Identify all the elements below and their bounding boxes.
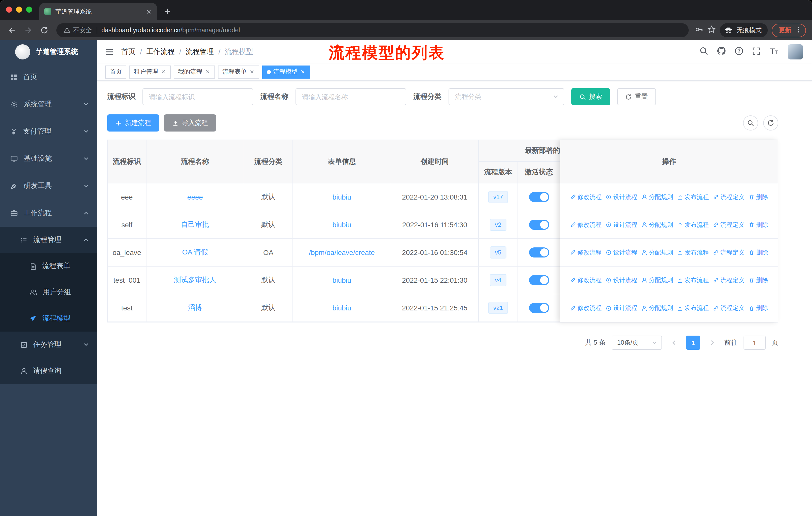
sidebar-item-home[interactable]: 首页 [0, 63, 97, 91]
form-info-link[interactable]: biubiu [332, 276, 351, 284]
edit-process-link[interactable]: 修改流程 [570, 220, 602, 229]
minimize-window-button[interactable] [16, 6, 22, 12]
browser-menu-icon[interactable] [795, 26, 802, 34]
browser-tab[interactable]: 芋道管理系统 [39, 3, 157, 20]
tag-tenant[interactable]: 租户管理 [129, 65, 171, 78]
current-page-button[interactable]: 1 [686, 335, 700, 350]
form-info-link[interactable]: biubiu [332, 304, 351, 312]
breadcrumb-item[interactable]: 首页 [121, 47, 136, 56]
import-process-button[interactable]: 导入流程 [164, 114, 216, 132]
publish-process-link[interactable]: 发布流程 [677, 276, 709, 284]
design-process-link[interactable]: 设计流程 [606, 304, 637, 313]
process-definition-link[interactable]: 流程定义 [713, 193, 745, 201]
process-definition-link[interactable]: 流程定义 [713, 304, 745, 313]
process-definition-link[interactable]: 流程定义 [713, 248, 745, 257]
sidebar-toggle-icon[interactable] [104, 47, 114, 57]
sidebar-item-infrastructure[interactable]: 基础设施 [0, 145, 97, 172]
create-process-button[interactable]: 新建流程 [107, 114, 159, 132]
search-button[interactable]: 搜索 [571, 88, 610, 105]
form-info-link[interactable]: /bpm/oa/leave/create [309, 248, 375, 256]
assign-rule-link[interactable]: 分配规则 [641, 220, 673, 229]
design-process-link[interactable]: 设计流程 [606, 276, 637, 284]
process-name-link[interactable]: 滔博 [188, 303, 202, 313]
edit-process-link[interactable]: 修改流程 [570, 193, 602, 201]
process-name-link[interactable]: OA 请假 [182, 248, 208, 257]
status-toggle[interactable] [529, 192, 549, 202]
close-window-button[interactable] [6, 6, 12, 12]
delete-process-link[interactable]: 删除 [749, 304, 768, 313]
publish-process-link[interactable]: 发布流程 [677, 220, 709, 229]
font-size-icon[interactable] [769, 47, 779, 57]
address-bar[interactable]: 不安全 dashboard.yudao.iocoder.cn/bpm/manag… [56, 23, 689, 37]
reload-button[interactable] [38, 24, 50, 36]
edit-process-link[interactable]: 修改流程 [570, 304, 602, 313]
close-icon[interactable] [300, 69, 306, 75]
sidebar-item-process-model[interactable]: 流程模型 [0, 305, 97, 332]
design-process-link[interactable]: 设计流程 [606, 220, 637, 229]
status-toggle[interactable] [529, 247, 549, 257]
breadcrumb-item[interactable]: 流程管理 [186, 47, 214, 56]
sidebar-item-system[interactable]: 系统管理 [0, 91, 97, 118]
design-process-link[interactable]: 设计流程 [606, 193, 637, 201]
new-tab-button[interactable] [160, 4, 174, 18]
edit-process-link[interactable]: 修改流程 [570, 248, 602, 257]
sidebar-item-payment[interactable]: 支付管理 [0, 118, 97, 145]
fullscreen-icon[interactable] [752, 47, 761, 57]
goto-page-input[interactable] [744, 335, 766, 350]
process-key-input[interactable] [142, 88, 253, 105]
close-icon[interactable] [161, 69, 166, 75]
delete-process-link[interactable]: 删除 [749, 276, 768, 284]
assign-rule-link[interactable]: 分配规则 [641, 304, 673, 313]
process-definition-link[interactable]: 流程定义 [713, 220, 745, 229]
publish-process-link[interactable]: 发布流程 [677, 248, 709, 257]
browser-update-button[interactable]: 更新 [772, 23, 806, 37]
tag-home[interactable]: 首页 [105, 65, 126, 78]
page-size-select[interactable]: 10条/页 [612, 335, 662, 350]
sidebar-item-user-group[interactable]: 用户分组 [0, 279, 97, 305]
assign-rule-link[interactable]: 分配规则 [641, 276, 673, 284]
github-icon[interactable] [717, 46, 726, 57]
publish-process-link[interactable]: 发布流程 [677, 193, 709, 201]
breadcrumb-item[interactable]: 工作流程 [146, 47, 175, 56]
process-definition-link[interactable]: 流程定义 [713, 276, 745, 284]
form-info-link[interactable]: biubiu [332, 193, 351, 201]
forward-button[interactable] [22, 24, 34, 36]
design-process-link[interactable]: 设计流程 [606, 248, 637, 257]
back-button[interactable] [6, 24, 18, 36]
sidebar-item-process-management[interactable]: 流程管理 [0, 227, 97, 253]
sidebar-item-task-management[interactable]: 任务管理 [0, 332, 97, 358]
form-info-link[interactable]: biubiu [332, 221, 351, 229]
edit-process-link[interactable]: 修改流程 [570, 276, 602, 284]
tag-my-process[interactable]: 我的流程 [174, 65, 215, 78]
user-avatar[interactable] [788, 44, 803, 59]
close-icon[interactable] [249, 69, 255, 75]
password-key-icon[interactable] [695, 25, 703, 35]
assign-rule-link[interactable]: 分配规则 [641, 193, 673, 201]
process-name-link[interactable]: 测试多审批人 [174, 276, 216, 285]
status-toggle[interactable] [529, 220, 549, 230]
security-indicator[interactable]: 不安全 [63, 26, 92, 34]
sidebar-item-workflow[interactable]: 工作流程 [0, 199, 97, 227]
zoom-window-button[interactable] [26, 6, 32, 12]
assign-rule-link[interactable]: 分配规则 [641, 248, 673, 257]
status-toggle[interactable] [529, 275, 549, 285]
process-name-input[interactable] [295, 88, 406, 105]
bookmark-star-icon[interactable] [707, 25, 716, 35]
tab-close-icon[interactable] [145, 8, 152, 15]
sidebar-item-leave-query[interactable]: 请假查询 [0, 358, 97, 384]
sidebar-item-process-form[interactable]: 流程表单 [0, 253, 97, 279]
process-name-link[interactable]: eeee [187, 193, 203, 201]
refresh-table-button[interactable] [763, 115, 778, 131]
tag-process-form[interactable]: 流程表单 [218, 65, 259, 78]
close-icon[interactable] [205, 69, 210, 75]
sidebar-item-dev-tools[interactable]: 研发工具 [0, 172, 97, 199]
process-category-select[interactable]: 流程分类 [448, 88, 564, 105]
publish-process-link[interactable]: 发布流程 [677, 304, 709, 313]
delete-process-link[interactable]: 删除 [749, 220, 768, 229]
status-toggle[interactable] [529, 303, 549, 313]
delete-process-link[interactable]: 删除 [749, 248, 768, 257]
process-name-link[interactable]: 自己审批 [181, 220, 209, 229]
next-page-button[interactable] [706, 335, 718, 350]
tag-process-model[interactable]: 流程模型 [262, 65, 310, 78]
search-icon[interactable] [699, 46, 708, 57]
